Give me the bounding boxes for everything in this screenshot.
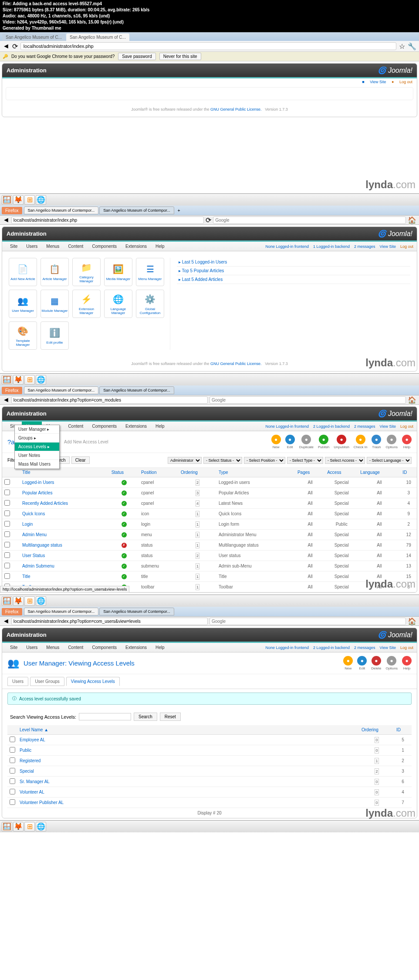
menu-components[interactable]: Components	[88, 242, 121, 251]
side-link[interactable]: ▸ Top 5 Popular Articles	[177, 267, 410, 275]
ff-tab-2[interactable]: San Angelico Museum of Contempor...	[99, 608, 174, 615]
back-icon[interactable]: ◄	[3, 396, 10, 404]
order-box[interactable]: 1	[196, 584, 199, 590]
home-icon[interactable]: 🏠	[408, 216, 416, 224]
chrome-tab-1[interactable]: San Angelico Museum of C...	[2, 34, 65, 41]
row-check[interactable]	[4, 500, 10, 506]
search-button[interactable]: Search	[134, 713, 157, 721]
order-box[interactable]: 1	[196, 542, 199, 548]
menu-extensions[interactable]: Extensions	[121, 643, 151, 652]
tab-users[interactable]: Users	[7, 677, 28, 686]
level-name[interactable]: Employee AL	[20, 737, 45, 742]
row-check[interactable]	[4, 542, 10, 547]
level-name[interactable]: Registered	[20, 758, 41, 763]
th[interactable]	[2, 468, 20, 477]
row-title[interactable]: Login	[22, 522, 33, 527]
level-name[interactable]: Volunteer AL	[20, 790, 44, 794]
url-input[interactable]	[11, 216, 204, 224]
start-icon[interactable]: 🪟	[2, 596, 12, 606]
clear-button[interactable]: Clear	[71, 456, 90, 464]
dd-item[interactable]: User Manager ▸	[15, 425, 59, 434]
menu-menus[interactable]: Menus	[42, 242, 64, 251]
status-icon[interactable]: ✓	[122, 501, 127, 506]
st-logout[interactable]: Log out	[400, 645, 413, 650]
st-messages[interactable]: 2 messages	[354, 244, 375, 249]
tool-delete[interactable]: ●Delete	[371, 656, 381, 670]
row-check[interactable]	[4, 490, 10, 495]
row-check[interactable]	[4, 563, 10, 568]
status-icon[interactable]: ✓	[122, 553, 127, 558]
side-link[interactable]: ▸ Last 5 Logged-in Users	[177, 258, 410, 267]
qi-menu-manager[interactable]: ☰Menu Manager	[136, 258, 164, 286]
home-icon[interactable]: 🏠	[408, 396, 416, 404]
level-name[interactable]: Special	[20, 769, 34, 774]
row-check[interactable]	[10, 747, 15, 753]
ff-tab-1[interactable]: San Angelico Museum of Contempor...	[24, 608, 99, 615]
order-box[interactable]: 1	[196, 563, 199, 569]
tool-help[interactable]: ●Help	[402, 435, 412, 449]
status-icon[interactable]: ✓	[122, 574, 127, 579]
menu-components[interactable]: Components	[88, 643, 121, 652]
menu-help[interactable]: Help	[151, 242, 169, 251]
menu-content[interactable]: Content	[64, 422, 88, 431]
qi-language-manager[interactable]: 🌐Language Manager	[104, 290, 132, 318]
order-box[interactable]: 1	[196, 521, 199, 527]
order-box[interactable]: 0	[375, 737, 378, 743]
firefox-button[interactable]: Firefox	[2, 207, 22, 214]
order-box[interactable]: 0	[375, 747, 378, 754]
reload-icon[interactable]: ⟳	[12, 42, 18, 51]
chrome-icon[interactable]: 🌐	[36, 195, 46, 205]
search-input[interactable]	[210, 396, 406, 404]
st-viewsite[interactable]: View Site	[380, 244, 396, 249]
menu-menus[interactable]: Menus	[42, 643, 64, 652]
status-icon[interactable]: ✗	[122, 543, 127, 548]
tool-new[interactable]: ●New	[271, 435, 281, 449]
qi-extension-manager[interactable]: ⚡Extension Manager	[72, 290, 101, 318]
qi-module-manager[interactable]: ▦Module Manager	[41, 290, 69, 318]
tab-user-groups[interactable]: User Groups	[30, 677, 64, 686]
order-box[interactable]: 1	[375, 758, 378, 764]
row-title[interactable]: Admin Menu	[22, 532, 47, 537]
row-check[interactable]	[10, 799, 15, 805]
qi-category-manager[interactable]: 📁Category Manager	[72, 258, 101, 286]
menu-extensions[interactable]: Extensions	[121, 422, 151, 431]
start-icon[interactable]: 🪟	[2, 375, 12, 385]
xampp-icon[interactable]: ⊞	[24, 596, 35, 606]
st-messages[interactable]: 2 messages	[354, 424, 375, 429]
tool-help[interactable]: ●Help	[402, 656, 412, 670]
th[interactable]: Language	[358, 468, 400, 477]
row-check[interactable]	[4, 552, 10, 558]
start-icon[interactable]: 🪟	[2, 195, 12, 205]
xampp-icon[interactable]: ⊞	[24, 375, 35, 385]
th[interactable]: Ordering	[359, 725, 394, 735]
xampp-icon[interactable]: ⊞	[24, 195, 35, 205]
tool-duplicate[interactable]: ●Duplicate	[299, 435, 314, 449]
st-logout[interactable]: Log out	[400, 244, 413, 249]
chrome-icon[interactable]: 🌐	[36, 822, 46, 831]
menu-content[interactable]: Content	[64, 242, 88, 251]
st-messages[interactable]: 2 messages	[354, 645, 375, 650]
order-box[interactable]: 2	[196, 553, 199, 559]
th[interactable]: Ordering	[179, 468, 216, 477]
th[interactable]: ID	[400, 468, 417, 477]
row-title[interactable]: Recently Added Articles	[22, 501, 68, 506]
menu-components[interactable]: Components	[88, 422, 121, 431]
filter-select[interactable]: - Select Language -	[367, 457, 412, 464]
chrome-icon[interactable]: 🌐	[36, 596, 46, 606]
never-password-button[interactable]: Never for this site	[159, 53, 201, 60]
url-input[interactable]	[11, 396, 208, 404]
logout-link[interactable]: ● Log out	[392, 80, 412, 84]
firefox-button[interactable]: Firefox	[2, 608, 22, 615]
menu-extensions[interactable]: Extensions	[121, 242, 151, 251]
row-check[interactable]	[4, 573, 10, 579]
status-icon[interactable]: ✓	[122, 564, 127, 569]
row-check[interactable]	[10, 757, 15, 763]
back-icon[interactable]: ◄	[3, 216, 10, 224]
firefox-icon[interactable]: 🦊	[13, 822, 24, 831]
tab-viewing-access-levels[interactable]: Viewing Access Levels	[66, 677, 120, 686]
order-box[interactable]: 2	[196, 480, 199, 486]
xampp-icon[interactable]: ⊞	[24, 822, 35, 831]
order-box[interactable]: 2	[375, 768, 378, 774]
tool-check in[interactable]: ●Check In	[354, 435, 368, 449]
menu-help[interactable]: Help	[151, 422, 169, 431]
